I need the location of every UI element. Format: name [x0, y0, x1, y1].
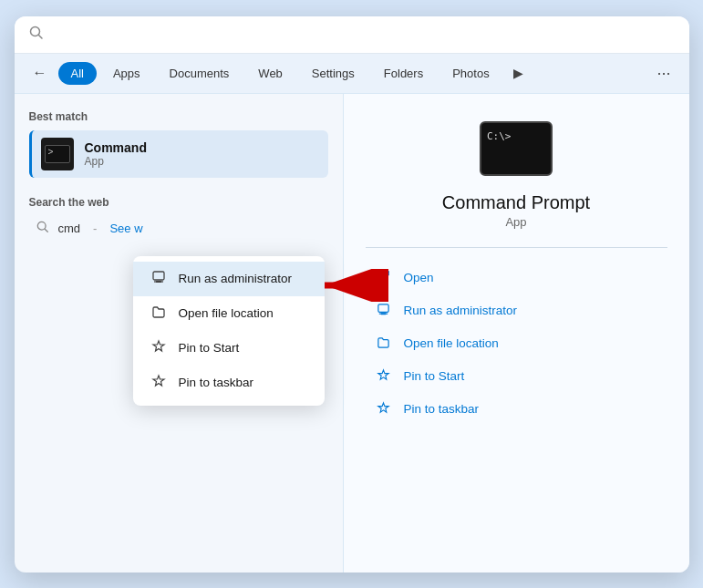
- match-type: App: [85, 155, 147, 168]
- app-title-right: Command Prompt: [442, 192, 590, 213]
- right-panel: Command Prompt App Open: [343, 94, 689, 573]
- app-type-right: App: [505, 215, 526, 229]
- pin-taskbar-right-icon: [375, 401, 393, 418]
- action-pin-taskbar[interactable]: Pin to taskbar: [366, 394, 667, 425]
- ctx-run-admin-label: Run as administrator: [179, 272, 293, 285]
- play-button[interactable]: ▶: [506, 62, 531, 84]
- pin-taskbar-icon: [150, 374, 168, 392]
- action-open-file-location-label: Open file location: [404, 336, 499, 350]
- red-arrow-indicator: [315, 269, 370, 298]
- svg-rect-10: [378, 304, 388, 311]
- action-run-admin[interactable]: Run as administrator: [366, 295, 667, 326]
- run-admin-icon: [150, 270, 168, 288]
- cmd-app-icon: [41, 138, 74, 170]
- action-open-label: Open: [404, 271, 434, 284]
- tab-documents[interactable]: Documents: [157, 62, 243, 85]
- search-window: cmd ← All Apps Documents Web Settings Fo…: [15, 16, 689, 573]
- left-panel: Best match Command App Search the web: [15, 94, 343, 573]
- pin-start-right-icon: [375, 368, 393, 385]
- open-location-icon: [150, 304, 168, 323]
- action-open[interactable]: Open: [366, 263, 667, 294]
- search-web-item[interactable]: cmd - See w: [29, 214, 328, 242]
- ctx-open-location[interactable]: Open file location: [133, 296, 325, 331]
- cmd-icon-inner: [45, 145, 70, 163]
- action-pin-start-label: Pin to Start: [404, 369, 465, 383]
- search-web-label: Search the web: [29, 196, 328, 209]
- action-pin-start[interactable]: Pin to Start: [366, 361, 667, 392]
- search-web-text: cmd: [58, 222, 81, 235]
- tab-settings[interactable]: Settings: [299, 62, 367, 85]
- search-web-section: Search the web cmd - See w: [29, 196, 328, 242]
- ctx-open-location-label: Open file location: [179, 306, 274, 320]
- svg-line-3: [45, 229, 47, 232]
- ctx-run-admin[interactable]: Run as administrator: [133, 262, 325, 296]
- search-bar: cmd: [15, 16, 689, 54]
- ctx-pin-taskbar-label: Pin to taskbar: [179, 376, 254, 389]
- tab-photos[interactable]: Photos: [439, 62, 501, 85]
- search-web-link[interactable]: See w: [109, 222, 142, 235]
- open-file-location-icon: [375, 335, 393, 352]
- ctx-pin-start-label: Pin to Start: [179, 341, 240, 355]
- search-web-separator: -: [93, 222, 97, 235]
- svg-rect-4: [153, 272, 164, 280]
- search-icon: [29, 26, 44, 44]
- match-name: Command: [85, 140, 147, 155]
- pin-start-icon: [150, 339, 168, 357]
- search-input[interactable]: cmd: [53, 26, 675, 43]
- tab-all[interactable]: All: [58, 62, 97, 85]
- action-open-file-location[interactable]: Open file location: [366, 328, 667, 359]
- tab-folders[interactable]: Folders: [371, 62, 436, 85]
- more-button[interactable]: ···: [649, 60, 677, 87]
- action-list: Open Run as administrator: [366, 263, 667, 425]
- best-match-label: Best match: [29, 110, 328, 123]
- search-web-icon: [36, 221, 49, 236]
- context-menu: Run as administrator Open file location: [133, 256, 325, 406]
- action-pin-taskbar-label: Pin to taskbar: [404, 402, 480, 416]
- ctx-pin-taskbar[interactable]: Pin to taskbar: [133, 366, 325, 400]
- ctx-pin-start[interactable]: Pin to Start: [133, 331, 325, 366]
- filter-tabs: ← All Apps Documents Web Settings Folder…: [15, 54, 689, 94]
- svg-line-1: [38, 35, 42, 38]
- app-icon-large: [480, 121, 553, 176]
- back-button[interactable]: ←: [26, 61, 55, 85]
- tab-apps[interactable]: Apps: [100, 62, 153, 85]
- match-info: Command App: [85, 140, 147, 168]
- run-admin-right-icon: [375, 303, 393, 319]
- panel-divider: [366, 247, 667, 248]
- tab-web[interactable]: Web: [245, 62, 295, 85]
- main-content: Best match Command App Search the web: [15, 94, 689, 573]
- action-run-admin-label: Run as administrator: [404, 304, 518, 317]
- best-match-item[interactable]: Command App: [29, 130, 328, 178]
